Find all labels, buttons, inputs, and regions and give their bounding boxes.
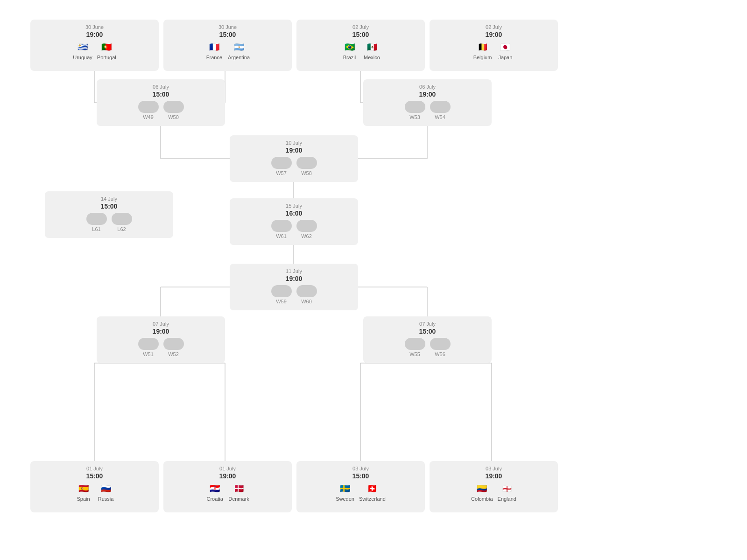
team-russia: 🇷🇺 Russia: [97, 483, 115, 502]
qf1-team2: W50: [163, 101, 184, 120]
third-team1-label: L61: [92, 226, 100, 232]
sf2-team2: W60: [296, 285, 317, 304]
placeholder-flag-w53: [405, 101, 425, 113]
flag-uruguay: 🇺🇾: [74, 41, 92, 53]
placeholder-flag-w49: [138, 101, 159, 113]
placeholder-flag-w52: [163, 338, 184, 350]
match-r16-5-time: 15:00: [86, 472, 103, 480]
match-r16-4-time: 19:00: [486, 31, 502, 38]
match-sf-2: 11 July 19:00 W59 W60: [230, 264, 358, 310]
match-r16-8-date: 03 July: [486, 466, 502, 471]
qf3-team2: W52: [163, 338, 184, 357]
team-argentina: 🇦🇷 Argentina: [228, 41, 250, 60]
flag-croatia: 🇭🇷: [206, 483, 224, 495]
team-spain-name: Spain: [77, 496, 90, 502]
match-r16-3-date: 02 July: [352, 24, 369, 30]
team-sweden: 🇸🇪 Sweden: [336, 483, 354, 502]
flag-japan: 🇯🇵: [496, 41, 514, 53]
final-team2-label: W62: [301, 233, 312, 239]
match-r16-3: 02 July 15:00 🇧🇷 Brazil 🇲🇽 Mexico: [296, 20, 425, 71]
team-sweden-name: Sweden: [336, 496, 354, 502]
team-croatia: 🇭🇷 Croatia: [206, 483, 224, 502]
team-portugal: 🇵🇹 Portugal: [97, 41, 116, 60]
team-brazil-name: Brazil: [343, 55, 356, 60]
team-colombia: 🇨🇴 Colombia: [471, 483, 493, 502]
match-r16-4-date: 02 July: [486, 24, 502, 30]
match-r16-4: 02 July 19:00 🇧🇪 Belgium 🇯🇵 Japan: [430, 20, 558, 71]
placeholder-flag-w51: [138, 338, 159, 350]
sf1-team2: W58: [296, 157, 317, 176]
flag-switzerland: 🇨🇭: [363, 483, 381, 495]
match-final-time: 16:00: [286, 210, 303, 217]
match-qf-3-date: 07 July: [153, 321, 169, 327]
team-uruguay-name: Uruguay: [73, 55, 92, 60]
team-brazil: 🇧🇷 Brazil: [341, 41, 359, 60]
team-russia-name: Russia: [98, 496, 114, 502]
placeholder-flag-w60: [296, 285, 317, 297]
sf2-team1-label: W59: [276, 299, 287, 304]
flag-mexico: 🇲🇽: [363, 41, 381, 53]
match-r16-1-time: 19:00: [86, 31, 103, 38]
match-sf-1-time: 19:00: [286, 147, 303, 154]
team-france-name: France: [206, 55, 222, 60]
team-mexico: 🇲🇽 Mexico: [363, 41, 381, 60]
placeholder-flag-w55: [405, 338, 425, 350]
team-mexico-name: Mexico: [364, 55, 380, 60]
match-third-place: 14 July 15:00 L61 L62: [45, 191, 173, 238]
match-r16-2-date: 30 June: [218, 24, 237, 30]
flag-belgium: 🇧🇪: [474, 41, 492, 53]
flag-colombia: 🇨🇴: [473, 483, 491, 495]
sf1-team2-label: W58: [301, 170, 312, 176]
match-r16-3-time: 15:00: [352, 31, 369, 38]
match-r16-2: 30 June 15:00 🇫🇷 France 🇦🇷 Argentina: [163, 20, 292, 71]
flag-sweden: 🇸🇪: [336, 483, 354, 495]
match-r16-7-time: 15:00: [352, 472, 369, 480]
team-denmark: 🇩🇰 Denmark: [228, 483, 249, 502]
final-team2: W62: [296, 220, 317, 239]
team-argentina-name: Argentina: [228, 55, 250, 60]
match-qf-2: 06 July 19:00 W53 W54: [363, 79, 492, 126]
match-r16-5-date: 01 July: [86, 466, 103, 471]
sf1-team1: W57: [271, 157, 292, 176]
match-r16-1-date: 30 June: [85, 24, 104, 30]
team-france: 🇫🇷 France: [205, 41, 223, 60]
match-r16-8-time: 19:00: [486, 472, 502, 480]
qf1-team1: W49: [138, 101, 159, 120]
qf4-team2: W56: [430, 338, 451, 357]
qf4-team2-label: W56: [435, 351, 445, 357]
match-qf-3-time: 19:00: [153, 328, 169, 335]
team-switzerland-name: Switzerland: [359, 496, 386, 502]
match-qf-2-date: 06 July: [419, 84, 436, 90]
team-uruguay: 🇺🇾 Uruguay: [73, 41, 92, 60]
final-team1: W61: [271, 220, 292, 239]
match-r16-1: 30 June 19:00 🇺🇾 Uruguay 🇵🇹 Portugal: [30, 20, 159, 71]
team-spain: 🇪🇸 Spain: [75, 483, 92, 502]
match-sf-2-time: 19:00: [286, 275, 303, 282]
qf2-team1: W53: [405, 101, 425, 120]
match-final-date: 15 July: [286, 203, 302, 209]
team-colombia-name: Colombia: [471, 496, 493, 502]
match-qf-4: 07 July 15:00 W55 W56: [363, 316, 492, 363]
qf4-team1: W55: [405, 338, 425, 357]
qf2-team2-label: W54: [435, 114, 445, 120]
team-england-name: England: [498, 496, 516, 502]
bracket-container: 30 June 19:00 🇺🇾 Uruguay 🇵🇹 Portugal 30 …: [0, 0, 747, 560]
match-r16-8: 03 July 19:00 🇨🇴 Colombia 🏴󠁧󠁢󠁥󠁮󠁧󠁿 Englan…: [430, 461, 558, 512]
flag-russia: 🇷🇺: [97, 483, 115, 495]
team-portugal-name: Portugal: [97, 55, 116, 60]
match-r16-2-time: 15:00: [219, 31, 236, 38]
match-r16-6-date: 01 July: [219, 466, 236, 471]
flag-brazil: 🇧🇷: [341, 41, 359, 53]
qf3-team1-label: W51: [143, 351, 154, 357]
match-r16-6-time: 19:00: [219, 472, 236, 480]
final-team1-label: W61: [276, 233, 287, 239]
placeholder-flag-w57: [271, 157, 292, 169]
placeholder-flag-w58: [296, 157, 317, 169]
placeholder-flag-w50: [163, 101, 184, 113]
sf2-team2-label: W60: [301, 299, 312, 304]
flag-argentina: 🇦🇷: [230, 41, 248, 53]
team-england: 🏴󠁧󠁢󠁥󠁮󠁧󠁿 England: [498, 483, 516, 502]
qf3-team2-label: W52: [168, 351, 179, 357]
match-qf-1-time: 15:00: [153, 91, 169, 98]
match-r16-7: 03 July 15:00 🇸🇪 Sweden 🇨🇭 Switzerland: [296, 461, 425, 512]
